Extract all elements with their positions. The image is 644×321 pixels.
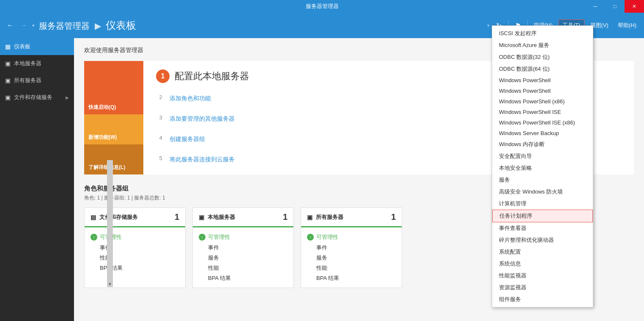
card-file-storage-count: 1 [175,212,179,222]
status-green-icon-2: ↑ [199,234,206,241]
local-server-icon: ▣ [5,60,11,67]
menu-item-secpol[interactable]: 本地安全策略 [492,162,593,174]
title-bar-title: 服务器管理器 [306,3,339,10]
all-servers-card-icon: ▣ [307,214,312,221]
menu-item-psisex86[interactable]: Windows PowerShell ISE (x86) [492,117,593,128]
forward-button[interactable]: → [18,19,30,31]
breadcrumb: 服务器管理器 ▶ 仪表板 [39,19,487,32]
qs-quickstart-label: 快速启动(Q) [88,104,116,111]
nav-buttons: ← → ▾ [4,19,35,31]
menu-item-firewall[interactable]: 高级安全 Windows 防火墙 [492,186,593,198]
menu-item-resmon[interactable]: 资源监视器 [492,282,593,293]
file-storage-label-group: ▣ 文件和存储服务 [5,94,52,101]
menu-item-compmgmt[interactable]: 计算机管理 [492,198,593,210]
menu-item-sysinfo[interactable]: 系统信息 [492,258,593,270]
qs-block-newfeatures[interactable]: 新增功能(W) [84,114,143,144]
card-local-server-body: ↑ 可管理性 事件 服务 性能 BPA 结果 [193,227,293,288]
card-file-storage-title: 文件和存储服务 [99,213,138,221]
menu-item-odbc32[interactable]: ODBC 数据源(32 位) [492,51,593,63]
all-servers-icon: ▣ [5,77,11,84]
sidebar-item-all-servers[interactable]: ▣ 所有服务器 [0,72,74,89]
menu-item-secwiz[interactable]: 安全配置向导 [492,150,593,162]
sidebar-item-dashboard[interactable]: ▦ 仪表板 [0,38,74,55]
qs-step2-link[interactable]: 添加角色和功能 [170,95,211,102]
card-all-servers-manageability: ↑ 可管理性 [307,232,396,243]
maximize-button[interactable]: □ [605,0,625,13]
card-file-storage-bpa: BPA 结果 [90,263,179,273]
card-all-servers-services: 服务 [307,253,396,263]
qs-step4-num: 4 [156,135,165,144]
qs-block-quickstart[interactable]: 快速启动(Q) [84,61,143,114]
breadcrumb-root: 服务器管理器 [39,21,90,30]
file-storage-icon: ▣ [5,94,11,101]
breadcrumb-separator: ▶ [95,21,104,30]
card-file-storage-title-row: ▤ 文件和存储服务 [90,213,138,221]
card-file-storage-perf: 性能 [90,253,179,263]
card-local-server-services: 服务 [199,253,288,263]
menu-item-services[interactable]: 服务 [492,174,593,186]
card-local-server: ▣ 本地服务器 1 ↑ 可管理性 事件 服务 性能 BPA 结果 [192,208,294,288]
sidebar-item-local-server[interactable]: ▣ 本地服务器 [0,55,74,72]
card-all-servers-events: 事件 [307,243,396,253]
menu-item-ps1[interactable]: Windows PowerShell [492,75,593,86]
header-dropdown-icon: ▾ [487,23,490,28]
menu-item-memdiag[interactable]: Windows 内存诊断 [492,138,593,150]
qs-block-learnmore[interactable]: 了解详细信息(L) [84,144,143,174]
qs-step3-link[interactable]: 添加要管理的其他服务器 [170,115,235,123]
menu-item-defrag[interactable]: 碎片整理和优化驱动器 [492,234,593,246]
card-local-server-events: 事件 [199,243,288,253]
card-local-server-title: 本地服务器 [208,213,235,221]
help-menu-button[interactable]: 帮助(H) [614,20,640,31]
menu-item-taskschd[interactable]: 任务计划程序 [492,210,593,222]
dashboard-icon: ▦ [5,43,11,50]
card-local-server-bpa: BPA 结果 [199,273,288,283]
card-file-storage-events: 事件 [90,243,179,253]
card-all-servers-perf: 性能 [307,263,396,273]
card-local-server-perf: 性能 [199,263,288,273]
qs-step1-title: 配置此本地服务器 [175,70,249,83]
qs-step5-link[interactable]: 将此服务器连接到云服务 [170,156,235,163]
menu-item-eventvwr[interactable]: 事件查看器 [492,222,593,234]
file-storage-card-icon: ▤ [90,214,96,221]
card-local-server-title-row: ▣ 本地服务器 [199,213,235,221]
title-bar: 服务器管理器 ─ □ ✕ [0,0,644,13]
card-file-storage-header: ▤ 文件和存储服务 1 [85,208,185,227]
card-file-storage: ▤ 文件和存储服务 1 ↑ 可管理性 事件 性能 BPA 结果 [84,208,186,288]
local-server-card-icon: ▣ [199,214,204,221]
menu-item-msconfig[interactable]: 系统配置 [492,246,593,258]
tools-dropdown-menu: iSCSI 发起程序Microsoft Azure 服务ODBC 数据源(32 … [492,38,593,307]
close-button[interactable]: ✕ [625,0,644,13]
back-button[interactable]: ← [4,19,16,31]
minimize-button[interactable]: ─ [586,0,605,13]
card-local-server-count: 1 [283,212,288,222]
status-green-icon-3: ↑ [307,234,314,241]
card-all-servers-header: ▣ 所有服务器 1 [301,208,402,227]
card-local-server-manageability: ↑ 可管理性 [199,232,288,243]
qs-left-blocks: 快速启动(Q) 新增功能(W) 了解详细信息(L) [84,61,143,174]
arrow-icon: ▶ [66,95,69,100]
nav-dropdown-icon[interactable]: ▾ [32,23,35,28]
sidebar-item-label-all: 所有服务器 [14,77,41,84]
title-bar-controls: ─ □ ✕ [586,0,644,13]
menu-item-psise[interactable]: Windows PowerShell ISE [492,107,593,117]
status-green-icon-1: ↑ [90,234,97,241]
sidebar-item-file-storage[interactable]: ▣ 文件和存储服务 ▶ [0,89,74,106]
card-all-servers-body: ↑ 可管理性 事件 服务 性能 BPA 结果 [301,227,402,288]
scrollbar[interactable]: ▼ [107,160,113,287]
menu-item-ps2[interactable]: Windows PowerShell [492,86,593,96]
scroll-down-arrow: ▼ [108,282,112,286]
menu-item-comsvcs[interactable]: 组件服务 [492,293,593,305]
qs-step1-number: 1 [156,69,170,83]
sidebar-item-label-filestorage: 文件和存储服务 [14,94,52,101]
menu-item-psx86[interactable]: Windows PowerShell (x86) [492,96,593,107]
sidebar-item-label-dashboard: 仪表板 [14,43,30,50]
menu-item-perfmon[interactable]: 性能监视器 [492,270,593,282]
card-local-server-header: ▣ 本地服务器 1 [193,208,293,227]
menu-item-azure[interactable]: Microsoft Azure 服务 [492,39,593,51]
qs-step3-num: 3 [156,114,165,124]
menu-item-odbc64[interactable]: ODBC 数据源(64 位) [492,63,593,75]
card-local-server-row0-label: 可管理性 [208,233,230,241]
qs-step4-link[interactable]: 创建服务器组 [170,136,205,143]
card-all-servers-title: 所有服务器 [316,213,343,221]
menu-item-backup[interactable]: Windows Server Backup [492,128,593,138]
